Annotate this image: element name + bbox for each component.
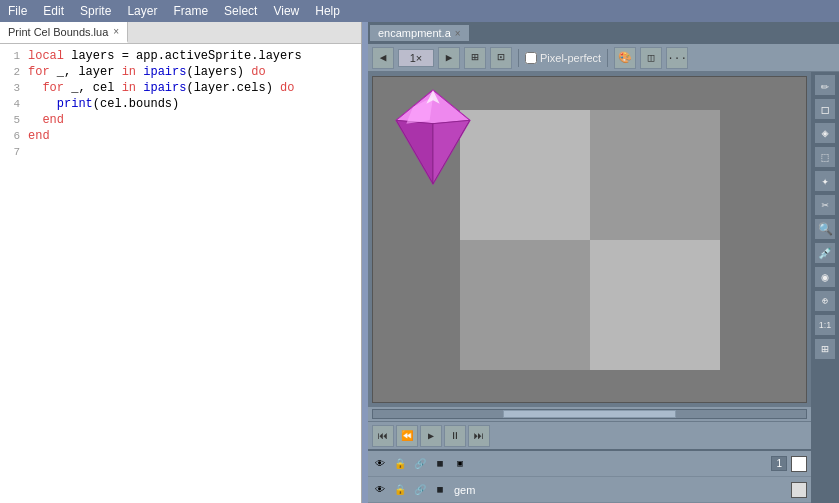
tool-grid[interactable]: ⊞: [814, 338, 836, 360]
line-num-7: 7: [0, 146, 28, 158]
main-area: Print Cel Bounds.lua × 1 local layers = …: [0, 22, 839, 503]
tool-crop[interactable]: ✂: [814, 194, 836, 216]
canvas-col: ⏮ ⏪ ▶ ⏸ ⏭ 👁 🔒 🔗 ▦ ▣ 1: [368, 72, 811, 503]
sprite-toolbar: ◀ 1× ▶ ⊞ ⊡ Pixel-perfect 🎨 ◫ ···: [368, 44, 839, 72]
code-line-5: 5 end: [0, 112, 361, 128]
code-line-7: 7: [0, 144, 361, 160]
canvas-hscrollbar[interactable]: [368, 407, 811, 421]
tool-1to1[interactable]: 1:1: [814, 314, 836, 336]
layer1-lock-icon[interactable]: 🔒: [392, 456, 408, 472]
zoom-next-btn[interactable]: ▶: [438, 47, 460, 69]
layer2-cel-icon[interactable]: ▦: [432, 482, 448, 498]
anim-first-btn[interactable]: ⏮: [372, 425, 394, 447]
code-tab-bar: Print Cel Bounds.lua ×: [0, 22, 361, 44]
anim-last-btn[interactable]: ⏭: [468, 425, 490, 447]
toolbar-sep-1: [518, 49, 519, 67]
code-line-3: 3 for _, cel in ipairs(layer.cels) do: [0, 80, 361, 96]
code-line-6: 6 end: [0, 128, 361, 144]
line-num-5: 5: [0, 114, 28, 126]
tool-eraser[interactable]: ◻: [814, 98, 836, 120]
pixel-perfect-toggle[interactable]: Pixel-perfect: [525, 52, 601, 64]
line-num-4: 4: [0, 98, 28, 110]
line-content-3: for _, cel in ipairs(layer.cels) do: [28, 81, 361, 95]
color-mode-btn[interactable]: 🎨: [614, 47, 636, 69]
menu-edit[interactable]: Edit: [39, 3, 68, 19]
zoom-prev-btn[interactable]: ◀: [372, 47, 394, 69]
code-panel: Print Cel Bounds.lua × 1 local layers = …: [0, 22, 362, 503]
canvas-wrapper: [372, 76, 807, 403]
zoom-display: 1×: [398, 49, 434, 67]
grid-cell-tr: [590, 110, 720, 240]
line-content-4: print(cel.bounds): [28, 97, 361, 111]
gem-sprite: [383, 87, 503, 207]
sprite-tab-close[interactable]: ×: [455, 28, 461, 39]
layer2-swatch: [791, 482, 807, 498]
line-content-2: for _, layer in ipairs(layers) do: [28, 65, 361, 79]
anim-play-btn[interactable]: ▶: [420, 425, 442, 447]
layer2-name: gem: [452, 484, 787, 496]
menu-help[interactable]: Help: [311, 3, 344, 19]
anim-prev-btn[interactable]: ⏪: [396, 425, 418, 447]
grid-btn[interactable]: ⊡: [490, 47, 512, 69]
tool-select-rect[interactable]: ⬚: [814, 146, 836, 168]
svg-marker-3: [433, 120, 470, 183]
hscrollbar-thumb[interactable]: [503, 410, 676, 418]
pixel-perfect-label: Pixel-perfect: [540, 52, 601, 64]
code-line-2: 2 for _, layer in ipairs(layers) do: [0, 64, 361, 80]
layer1-swatch: [791, 456, 807, 472]
code-editor[interactable]: 1 local layers = app.activeSprite.layers…: [0, 44, 361, 503]
sprite-tab[interactable]: encampment.a ×: [370, 25, 469, 41]
line-content-5: end: [28, 113, 361, 127]
grid-cell-br: [590, 240, 720, 370]
layer2-link-icon[interactable]: 🔗: [412, 482, 428, 498]
code-tab-close[interactable]: ×: [113, 26, 119, 37]
pixel-perfect-checkbox[interactable]: [525, 52, 537, 64]
layer2-lock-icon[interactable]: 🔒: [392, 482, 408, 498]
line-num-6: 6: [0, 130, 28, 142]
line-num-1: 1: [0, 50, 28, 62]
tool-pencil[interactable]: ✏: [814, 74, 836, 96]
menu-file[interactable]: File: [4, 3, 31, 19]
gem-svg: [383, 87, 483, 187]
options-btn-1[interactable]: ◫: [640, 47, 662, 69]
code-line-4: 4 print(cel.bounds): [0, 96, 361, 112]
layer-row-1: 👁 🔒 🔗 ▦ ▣ 1: [368, 451, 811, 477]
fit-btn[interactable]: ⊞: [464, 47, 486, 69]
anim-pause-btn[interactable]: ⏸: [444, 425, 466, 447]
menu-select[interactable]: Select: [220, 3, 261, 19]
layers-area: 👁 🔒 🔗 ▦ ▣ 1 👁 🔒 🔗 ▦: [368, 449, 811, 503]
options-btn-2[interactable]: ···: [666, 47, 688, 69]
svg-marker-2: [396, 120, 433, 183]
line-num-2: 2: [0, 66, 28, 78]
right-tools: ✏ ◻ ◈ ⬚ ✦ ✂ 🔍 💉 ◉ ⊕ 1:1 ⊞: [811, 72, 839, 503]
layer-row-2: 👁 🔒 🔗 ▦ gem: [368, 477, 811, 503]
layer1-visible-icon[interactable]: 👁: [372, 456, 388, 472]
menu-view[interactable]: View: [269, 3, 303, 19]
sprite-tab-bar: encampment.a ×: [368, 22, 839, 44]
layer1-frame-count: 1: [771, 456, 787, 471]
sprite-tab-label: encampment.a: [378, 27, 451, 39]
tool-fill[interactable]: ◈: [814, 122, 836, 144]
tool-contour[interactable]: ◉: [814, 266, 836, 288]
menu-sprite[interactable]: Sprite: [76, 3, 115, 19]
anim-controls: ⏮ ⏪ ▶ ⏸ ⏭: [368, 421, 811, 449]
canvas-right-wrapper: ⏮ ⏪ ▶ ⏸ ⏭ 👁 🔒 🔗 ▦ ▣ 1: [368, 72, 839, 503]
tool-move[interactable]: ✦: [814, 170, 836, 192]
code-tab-label: Print Cel Bounds.lua: [8, 26, 108, 38]
layer1-expand-icon[interactable]: ▣: [452, 456, 468, 472]
menu-bar: File Edit Sprite Layer Frame Select View…: [0, 0, 839, 22]
layer2-visible-icon[interactable]: 👁: [372, 482, 388, 498]
canvas-area[interactable]: [368, 72, 811, 407]
menu-frame[interactable]: Frame: [169, 3, 212, 19]
tool-zoom[interactable]: 🔍: [814, 218, 836, 240]
code-tab-active[interactable]: Print Cel Bounds.lua ×: [0, 22, 128, 43]
menu-layer[interactable]: Layer: [123, 3, 161, 19]
tool-zoom-in[interactable]: ⊕: [814, 290, 836, 312]
sprite-panel: encampment.a × ◀ 1× ▶ ⊞ ⊡ Pixel-perfect …: [368, 22, 839, 503]
layer1-link-icon[interactable]: 🔗: [412, 456, 428, 472]
line-content-6: end: [28, 129, 361, 143]
grid-cell-bl: [460, 240, 590, 370]
tool-eyedropper[interactable]: 💉: [814, 242, 836, 264]
layer1-cel-icon[interactable]: ▦: [432, 456, 448, 472]
code-line-1: 1 local layers = app.activeSprite.layers: [0, 48, 361, 64]
